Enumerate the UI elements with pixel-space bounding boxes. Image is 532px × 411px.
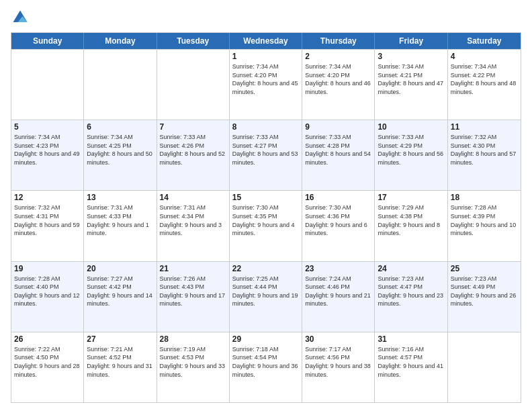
day-number: 15 — [232, 193, 299, 202]
day-info: Sunrise: 7:31 AM Sunset: 4:33 PM Dayligh… — [87, 203, 153, 237]
day-info: Sunrise: 7:33 AM Sunset: 4:27 PM Dayligh… — [232, 133, 299, 167]
day-info: Sunrise: 7:22 AM Sunset: 4:50 PM Dayligh… — [14, 345, 81, 379]
day-number: 5 — [14, 122, 81, 132]
day-info: Sunrise: 7:33 AM Sunset: 4:28 PM Dayligh… — [305, 133, 371, 167]
calendar-page: SundayMondayTuesdayWednesdayThursdayFrid… — [0, 0, 532, 411]
header — [11, 8, 521, 27]
calendar-week-row: 12Sunrise: 7:32 AM Sunset: 4:31 PM Dayli… — [11, 190, 521, 261]
day-number: 17 — [378, 193, 444, 202]
calendar-day-header: Thursday — [302, 33, 375, 49]
calendar-day-cell: 31Sunrise: 7:16 AM Sunset: 4:57 PM Dayli… — [375, 332, 447, 402]
day-number: 23 — [305, 264, 371, 273]
calendar-empty-cell — [11, 50, 84, 120]
day-info: Sunrise: 7:34 AM Sunset: 4:21 PM Dayligh… — [378, 62, 444, 96]
calendar-day-cell: 8Sunrise: 7:33 AM Sunset: 4:27 PM Daylig… — [230, 120, 302, 190]
day-info: Sunrise: 7:25 AM Sunset: 4:44 PM Dayligh… — [232, 275, 299, 308]
day-number: 11 — [451, 122, 518, 132]
calendar-day-cell: 15Sunrise: 7:30 AM Sunset: 4:35 PM Dayli… — [230, 191, 302, 261]
calendar-day-cell: 6Sunrise: 7:34 AM Sunset: 4:25 PM Daylig… — [84, 120, 157, 190]
day-info: Sunrise: 7:17 AM Sunset: 4:56 PM Dayligh… — [305, 345, 371, 379]
calendar-week-row: 19Sunrise: 7:28 AM Sunset: 4:40 PM Dayli… — [11, 261, 521, 332]
day-info: Sunrise: 7:30 AM Sunset: 4:36 PM Dayligh… — [305, 203, 371, 237]
day-number: 20 — [87, 264, 153, 273]
day-number: 14 — [160, 193, 226, 202]
day-number: 27 — [87, 334, 153, 344]
logo — [11, 8, 32, 27]
calendar-week-row: 1Sunrise: 7:34 AM Sunset: 4:20 PM Daylig… — [11, 49, 521, 120]
day-number: 10 — [378, 122, 444, 132]
day-number: 9 — [305, 122, 371, 132]
calendar-day-cell: 10Sunrise: 7:33 AM Sunset: 4:29 PM Dayli… — [375, 120, 447, 190]
day-info: Sunrise: 7:24 AM Sunset: 4:46 PM Dayligh… — [305, 275, 371, 308]
day-info: Sunrise: 7:32 AM Sunset: 4:31 PM Dayligh… — [14, 203, 81, 237]
day-number: 30 — [305, 334, 371, 344]
calendar-day-cell: 25Sunrise: 7:23 AM Sunset: 4:49 PM Dayli… — [448, 262, 521, 332]
calendar-day-cell: 7Sunrise: 7:33 AM Sunset: 4:26 PM Daylig… — [157, 120, 230, 190]
day-number: 3 — [378, 52, 444, 61]
day-info: Sunrise: 7:33 AM Sunset: 4:26 PM Dayligh… — [160, 133, 226, 167]
calendar-week-row: 5Sunrise: 7:34 AM Sunset: 4:23 PM Daylig… — [11, 120, 521, 190]
day-info: Sunrise: 7:21 AM Sunset: 4:52 PM Dayligh… — [87, 345, 153, 379]
calendar-day-cell: 16Sunrise: 7:30 AM Sunset: 4:36 PM Dayli… — [302, 191, 375, 261]
day-info: Sunrise: 7:31 AM Sunset: 4:34 PM Dayligh… — [160, 203, 226, 237]
day-info: Sunrise: 7:29 AM Sunset: 4:38 PM Dayligh… — [378, 203, 444, 237]
calendar-day-header: Tuesday — [157, 33, 230, 49]
calendar-body: 1Sunrise: 7:34 AM Sunset: 4:20 PM Daylig… — [11, 49, 521, 402]
calendar-week-row: 26Sunrise: 7:22 AM Sunset: 4:50 PM Dayli… — [11, 332, 521, 402]
calendar-day-cell: 17Sunrise: 7:29 AM Sunset: 4:38 PM Dayli… — [375, 191, 447, 261]
calendar-day-header: Monday — [84, 33, 157, 49]
day-number: 7 — [160, 122, 226, 132]
day-info: Sunrise: 7:34 AM Sunset: 4:20 PM Dayligh… — [305, 62, 371, 96]
calendar-header-row: SundayMondayTuesdayWednesdayThursdayFrid… — [11, 33, 521, 49]
calendar-day-cell: 30Sunrise: 7:17 AM Sunset: 4:56 PM Dayli… — [302, 332, 375, 402]
day-info: Sunrise: 7:23 AM Sunset: 4:49 PM Dayligh… — [451, 275, 518, 308]
calendar-empty-cell — [448, 332, 521, 402]
day-info: Sunrise: 7:30 AM Sunset: 4:35 PM Dayligh… — [232, 203, 299, 237]
calendar-empty-cell — [84, 50, 157, 120]
day-info: Sunrise: 7:34 AM Sunset: 4:20 PM Dayligh… — [232, 62, 299, 96]
calendar-day-cell: 24Sunrise: 7:23 AM Sunset: 4:47 PM Dayli… — [375, 262, 447, 332]
calendar-day-cell: 12Sunrise: 7:32 AM Sunset: 4:31 PM Dayli… — [11, 191, 84, 261]
day-number: 31 — [378, 334, 444, 344]
calendar-day-header: Saturday — [448, 33, 521, 49]
calendar: SundayMondayTuesdayWednesdayThursdayFrid… — [11, 32, 521, 403]
day-info: Sunrise: 7:27 AM Sunset: 4:42 PM Dayligh… — [87, 275, 153, 308]
day-number: 29 — [232, 334, 299, 344]
day-number: 13 — [87, 193, 153, 202]
day-info: Sunrise: 7:33 AM Sunset: 4:29 PM Dayligh… — [378, 133, 444, 167]
calendar-day-cell: 4Sunrise: 7:34 AM Sunset: 4:22 PM Daylig… — [448, 50, 521, 120]
day-info: Sunrise: 7:16 AM Sunset: 4:57 PM Dayligh… — [378, 345, 444, 379]
day-info: Sunrise: 7:26 AM Sunset: 4:43 PM Dayligh… — [160, 275, 226, 308]
calendar-day-cell: 13Sunrise: 7:31 AM Sunset: 4:33 PM Dayli… — [84, 191, 157, 261]
day-number: 28 — [160, 334, 226, 344]
day-number: 1 — [232, 52, 299, 61]
day-number: 24 — [378, 264, 444, 273]
day-number: 26 — [14, 334, 81, 344]
day-number: 19 — [14, 264, 81, 273]
logo-icon — [11, 8, 30, 27]
calendar-empty-cell — [157, 50, 230, 120]
day-info: Sunrise: 7:34 AM Sunset: 4:25 PM Dayligh… — [87, 133, 153, 167]
calendar-day-cell: 2Sunrise: 7:34 AM Sunset: 4:20 PM Daylig… — [302, 50, 375, 120]
calendar-day-cell: 5Sunrise: 7:34 AM Sunset: 4:23 PM Daylig… — [11, 120, 84, 190]
day-number: 8 — [232, 122, 299, 132]
day-info: Sunrise: 7:28 AM Sunset: 4:40 PM Dayligh… — [14, 275, 81, 308]
day-number: 16 — [305, 193, 371, 202]
calendar-day-cell: 23Sunrise: 7:24 AM Sunset: 4:46 PM Dayli… — [302, 262, 375, 332]
day-number: 4 — [451, 52, 518, 61]
calendar-day-cell: 28Sunrise: 7:19 AM Sunset: 4:53 PM Dayli… — [157, 332, 230, 402]
calendar-day-cell: 21Sunrise: 7:26 AM Sunset: 4:43 PM Dayli… — [157, 262, 230, 332]
calendar-day-header: Sunday — [11, 33, 84, 49]
calendar-day-cell: 22Sunrise: 7:25 AM Sunset: 4:44 PM Dayli… — [230, 262, 302, 332]
day-info: Sunrise: 7:18 AM Sunset: 4:54 PM Dayligh… — [232, 345, 299, 379]
calendar-day-cell: 14Sunrise: 7:31 AM Sunset: 4:34 PM Dayli… — [157, 191, 230, 261]
calendar-day-cell: 27Sunrise: 7:21 AM Sunset: 4:52 PM Dayli… — [84, 332, 157, 402]
day-info: Sunrise: 7:23 AM Sunset: 4:47 PM Dayligh… — [378, 275, 444, 308]
calendar-day-cell: 9Sunrise: 7:33 AM Sunset: 4:28 PM Daylig… — [302, 120, 375, 190]
calendar-day-cell: 26Sunrise: 7:22 AM Sunset: 4:50 PM Dayli… — [11, 332, 84, 402]
day-info: Sunrise: 7:34 AM Sunset: 4:22 PM Dayligh… — [451, 62, 518, 96]
day-number: 21 — [160, 264, 226, 273]
calendar-day-cell: 18Sunrise: 7:28 AM Sunset: 4:39 PM Dayli… — [448, 191, 521, 261]
calendar-day-cell: 3Sunrise: 7:34 AM Sunset: 4:21 PM Daylig… — [375, 50, 447, 120]
calendar-day-header: Friday — [375, 33, 447, 49]
